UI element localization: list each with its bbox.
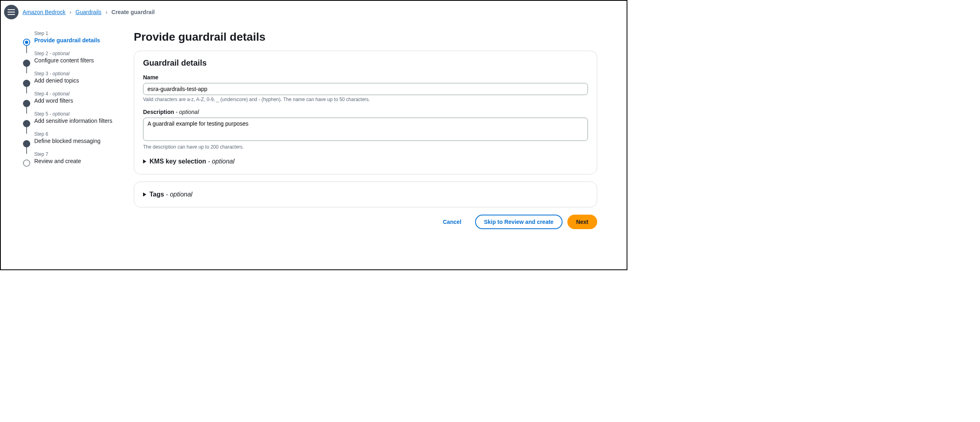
wizard-step-3[interactable]: Step 3 - optional Add denied topics [23,71,122,91]
step-label: Configure content filters [34,57,122,64]
step-marker-icon [23,60,30,67]
step-number: Step 7 [34,151,48,157]
chevron-right-icon: › [70,9,72,15]
step-label: Review and create [34,158,122,164]
optional-suffix: - optional [48,51,70,56]
step-marker-icon [23,39,30,46]
chevron-right-icon: › [106,9,108,15]
name-label: Name [143,74,588,81]
triangle-right-icon [143,159,146,163]
description-label: Description - optional [143,109,588,115]
description-field: Description - optional The description c… [143,109,588,150]
breadcrumb: Amazon Bedrock › Guardrails › Create gua… [23,9,155,15]
main-content: Provide guardrail details Guardrail deta… [134,23,597,229]
wizard-step-2[interactable]: Step 2 - optional Configure content filt… [23,51,122,71]
wizard-step-1[interactable]: Step 1 Provide guardrail details [23,31,122,51]
step-number: Step 6 [34,131,48,137]
next-button[interactable]: Next [567,215,597,229]
cancel-button[interactable]: Cancel [434,215,470,229]
svg-rect-0 [8,9,15,10]
optional-suffix: - optional [48,91,70,97]
svg-rect-1 [8,12,15,12]
description-input[interactable] [143,118,588,141]
breadcrumb-link-bedrock[interactable]: Amazon Bedrock [23,9,66,15]
step-label: Add sensitive information filters [34,118,122,124]
step-number: Step 4 [34,91,48,97]
name-field: Name Valid characters are a-z, A-Z, 0-9,… [143,74,588,102]
wizard-actions: Cancel Skip to Review and create Next [134,215,597,229]
step-number: Step 2 [34,51,48,56]
hamburger-icon [8,9,15,15]
step-marker-icon [23,159,30,167]
breadcrumb-current: Create guardrail [112,9,155,15]
page-title: Provide guardrail details [134,31,597,43]
step-label: Provide guardrail details [34,37,122,43]
tags-panel: Tags - optional [134,182,597,207]
nav-menu-button[interactable] [4,5,19,19]
step-label: Add denied topics [34,77,122,84]
step-number: Step 1 [34,31,48,36]
step-marker-icon [23,80,30,87]
name-input[interactable] [143,83,588,95]
step-number: Step 5 [34,111,48,117]
wizard-step-4[interactable]: Step 4 - optional Add word filters [23,91,122,111]
name-hint: Valid characters are a-z, A-Z, 0-9, _ (u… [143,97,588,102]
step-marker-icon [23,100,30,107]
step-number: Step 3 [34,71,48,77]
step-label: Define blocked messaging [34,138,122,144]
optional-suffix: - optional [48,71,70,77]
step-marker-icon [23,120,30,127]
description-hint: The description can have up to 200 chara… [143,144,588,150]
wizard-step-6[interactable]: Step 6 Define blocked messaging [23,131,122,151]
triangle-right-icon [143,192,146,197]
guardrail-details-panel: Guardrail details Name Valid characters … [134,51,597,174]
breadcrumb-link-guardrails[interactable]: Guardrails [75,9,102,15]
top-bar: Amazon Bedrock › Guardrails › Create gua… [1,1,627,23]
optional-suffix: - optional [48,111,70,117]
step-marker-icon [23,140,30,147]
tags-expander[interactable]: Tags - optional [143,189,588,200]
skip-to-review-button[interactable]: Skip to Review and create [475,215,563,229]
step-label: Add word filters [34,97,122,104]
svg-rect-2 [8,14,15,15]
panel-title: Guardrail details [143,58,588,68]
wizard-step-5[interactable]: Step 5 - optional Add sensitive informat… [23,111,122,131]
wizard-step-7[interactable]: Step 7 Review and create [23,151,122,172]
wizard-steps: Step 1 Provide guardrail details Step 2 … [9,23,122,229]
kms-key-expander[interactable]: KMS key selection - optional [143,156,588,167]
